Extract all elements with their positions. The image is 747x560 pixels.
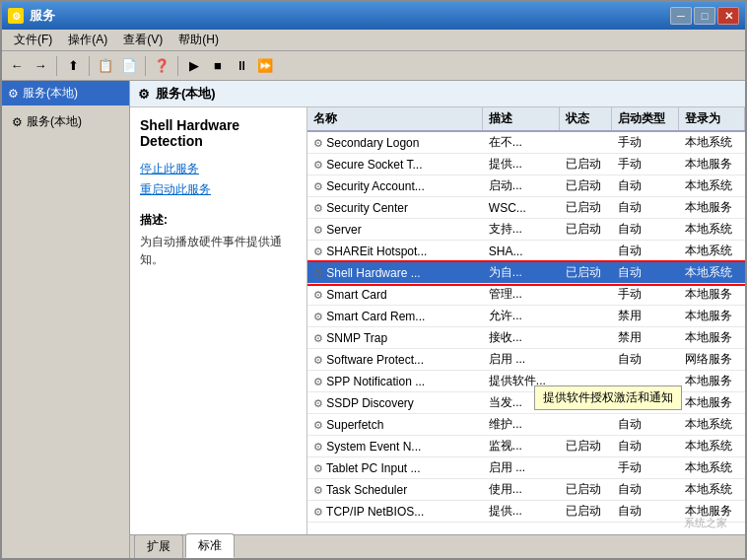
table-row[interactable]: ⚙ Security Account...启动...已启动自动本地系统 <box>307 175 745 197</box>
service-startup-cell: 禁用 <box>612 327 679 349</box>
service-gear-icon: ⚙ <box>313 137 323 149</box>
service-name-cell: ⚙ SPP Notification ... <box>307 371 483 392</box>
table-row[interactable]: ⚙ Smart Card Rem...允许...禁用本地服务 <box>307 306 745 327</box>
service-logon-cell: 本地服务 <box>679 327 745 349</box>
restart-button[interactable]: ⏩ <box>254 55 276 77</box>
table-row[interactable]: ⚙ Smart Card管理...手动本地服务 <box>307 284 745 306</box>
table-row[interactable]: ⚙ Task Scheduler使用...已启动自动本地系统 <box>307 479 745 501</box>
service-desc-cell: 提供... <box>483 501 560 523</box>
tab-extended[interactable]: 扩展 <box>134 534 183 558</box>
table-row[interactable]: ⚙ Tablet PC Input ...启用 ...手动本地系统 <box>307 457 745 479</box>
pause-button[interactable]: ⏸ <box>231 55 252 77</box>
table-row[interactable]: ⚙ SHAREit Hotspot...SHA...自动本地系统 <box>307 241 745 262</box>
service-gear-icon: ⚙ <box>313 180 323 192</box>
table-row[interactable]: ⚙ TCP/IP NetBIOS...提供...已启动自动本地服务 <box>307 501 745 523</box>
tree-icon: ⚙ <box>12 115 23 129</box>
service-desc-cell: 在不... <box>483 131 560 154</box>
toolbar: ← → ⬆ 📋 📄 ❓ ▶ ■ ⏸ ⏩ <box>2 51 745 81</box>
menu-action[interactable]: 操作(A) <box>60 30 115 50</box>
service-status-cell <box>560 414 612 436</box>
service-logon-cell: 本地服务 <box>679 284 745 306</box>
back-button[interactable]: ← <box>6 55 28 77</box>
service-desc-cell: SHA... <box>483 241 560 262</box>
service-logon-cell: 网络服务 <box>679 349 745 371</box>
col-desc[interactable]: 描述 <box>483 107 560 131</box>
help-button[interactable]: ❓ <box>151 55 172 77</box>
tree-item-local[interactable]: ⚙ 服务(本地) <box>8 111 123 132</box>
table-row[interactable]: ⚙ Security CenterWSC...已启动自动本地服务 <box>307 197 745 219</box>
service-gear-icon: ⚙ <box>313 289 323 301</box>
service-startup-cell: 自动 <box>612 501 679 523</box>
service-startup-cell: 禁用 <box>612 306 679 327</box>
table-row[interactable]: ⚙ Server支持...已启动自动本地系统 <box>307 219 745 241</box>
desc-text: 为自动播放硬件事件提供通知。 <box>140 233 297 268</box>
service-logon-cell: 本地系统 <box>679 414 745 436</box>
tooltip-popup: 提供软件授权激活和通知 <box>534 385 682 410</box>
play-button[interactable]: ▶ <box>183 55 205 77</box>
col-logon[interactable]: 登录为 <box>679 107 745 131</box>
service-desc-cell: 启动... <box>483 175 560 197</box>
tab-standard[interactable]: 标准 <box>185 533 235 558</box>
service-desc-cell: 提供... <box>483 154 560 175</box>
service-status-cell: 已启动 <box>560 175 612 197</box>
service-status-cell <box>560 131 612 154</box>
minimize-button[interactable]: ─ <box>670 7 692 25</box>
service-status-cell <box>560 327 612 349</box>
service-gear-icon: ⚙ <box>313 462 323 474</box>
copy-button[interactable]: 📋 <box>95 55 116 77</box>
col-status[interactable]: 状态 <box>560 107 612 131</box>
maximize-button[interactable]: □ <box>694 7 715 25</box>
up-button[interactable]: ⬆ <box>62 55 84 77</box>
col-name[interactable]: 名称 <box>307 107 483 131</box>
service-status-cell: 已启动 <box>560 479 612 501</box>
toolbar-sep-2 <box>89 56 90 76</box>
service-logon-cell: 本地系统 <box>679 479 745 501</box>
table-row[interactable]: ⚙ Software Protect...启用 ...自动网络服务 <box>307 349 745 371</box>
forward-button[interactable]: → <box>30 55 51 77</box>
service-name-cell: ⚙ Software Protect... <box>307 349 483 371</box>
app-icon: ⚙ <box>8 8 24 24</box>
table-row[interactable]: ⚙ Secondary Logon在不...手动本地系统 <box>307 131 745 154</box>
service-name-cell: ⚙ Smart Card Rem... <box>307 306 483 327</box>
service-name-cell: ⚙ Shell Hardware ... <box>307 262 483 284</box>
close-button[interactable]: ✕ <box>717 7 739 25</box>
menu-help[interactable]: 帮助(H) <box>170 30 227 50</box>
restart-service-link[interactable]: 重启动此服务 <box>140 181 297 198</box>
service-name-cell: ⚙ Superfetch <box>307 414 483 436</box>
service-startup-cell: 自动 <box>612 241 679 262</box>
left-panel-header: ⚙ 服务(本地) <box>2 81 129 105</box>
right-panel: ⚙ 服务(本地) Shell Hardware Detection 停止此服务 … <box>130 81 745 558</box>
stop-service-link[interactable]: 停止此服务 <box>140 161 297 177</box>
table-row[interactable]: ⚙ System Event N...监视...已启动自动本地系统 <box>307 436 745 457</box>
service-gear-icon: ⚙ <box>313 419 323 431</box>
service-table: 名称 描述 状态 启动类型 登录为 ⚙ Secondary Logon在不...… <box>307 107 745 523</box>
service-status-cell <box>560 457 612 479</box>
service-logon-cell: 本地服务 <box>679 371 745 392</box>
service-logon-cell: 本地系统 <box>679 436 745 457</box>
service-logon-cell: 本地系统 <box>679 219 745 241</box>
table-row[interactable]: ⚙ Secure Socket T...提供...已启动手动本地服务 <box>307 154 745 175</box>
service-name-cell: ⚙ SSDP Discovery <box>307 392 483 414</box>
stop-button[interactable]: ■ <box>207 55 229 77</box>
service-list[interactable]: 名称 描述 状态 启动类型 登录为 ⚙ Secondary Logon在不...… <box>307 107 745 534</box>
table-row[interactable]: ⚙ Shell Hardware ...为自...已启动自动本地系统 <box>307 262 745 284</box>
service-gear-icon: ⚙ <box>313 397 323 409</box>
service-name-cell: ⚙ Secure Socket T... <box>307 154 483 175</box>
service-startup-cell: 手动 <box>612 131 679 154</box>
paste-button[interactable]: 📄 <box>118 55 140 77</box>
service-desc-cell: WSC... <box>483 197 560 219</box>
service-desc-cell: 监视... <box>483 436 560 457</box>
menu-file[interactable]: 文件(F) <box>6 30 60 50</box>
service-status-cell: 已启动 <box>560 197 612 219</box>
toolbar-sep-1 <box>56 56 57 76</box>
panel-content: Shell Hardware Detection 停止此服务 重启动此服务 描述… <box>130 107 745 534</box>
tree-label: 服务(本地) <box>27 113 82 130</box>
service-status-cell: 已启动 <box>560 154 612 175</box>
service-desc-cell: 管理... <box>483 284 560 306</box>
service-desc-cell: 启用 ... <box>483 349 560 371</box>
menu-view[interactable]: 查看(V) <box>115 30 170 50</box>
col-startup[interactable]: 启动类型 <box>612 107 679 131</box>
table-row[interactable]: ⚙ Superfetch维护...自动本地系统 <box>307 414 745 436</box>
table-row[interactable]: ⚙ SNMP Trap接收...禁用本地服务 <box>307 327 745 349</box>
service-status-cell: 已启动 <box>560 262 612 284</box>
